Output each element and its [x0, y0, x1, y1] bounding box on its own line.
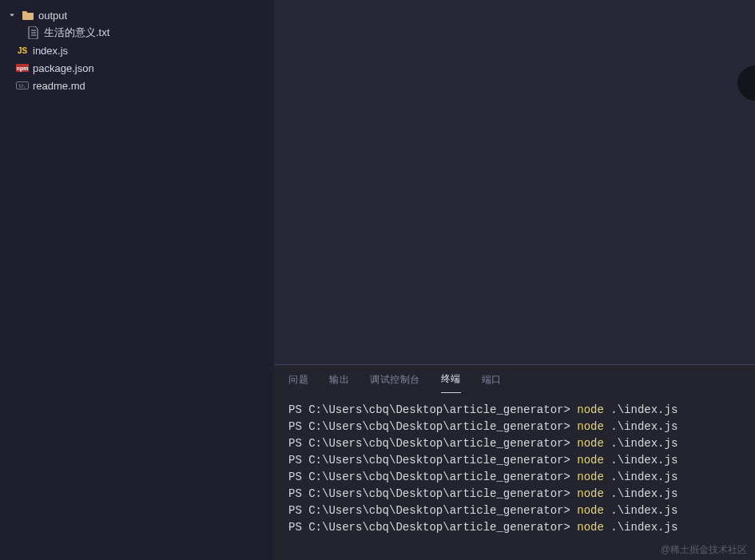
- editor-area: [274, 0, 755, 364]
- file-item-packagejson[interactable]: npm package.json: [0, 59, 274, 77]
- terminal-line: PS C:\Users\cbq\Desktop\article_generato…: [288, 452, 741, 469]
- chevron-down-icon: [6, 10, 18, 21]
- file-label: package.json: [33, 62, 94, 74]
- terminal-line: PS C:\Users\cbq\Desktop\article_generato…: [288, 402, 741, 419]
- markdown-file-icon: M↓: [16, 81, 29, 89]
- terminal-line: PS C:\Users\cbq\Desktop\article_generato…: [288, 519, 741, 536]
- tab-ports[interactable]: 端口: [482, 367, 502, 393]
- tab-terminal[interactable]: 终端: [441, 366, 461, 393]
- js-file-icon: JS: [16, 44, 29, 57]
- bottom-panel: 问题 输出 调试控制台 终端 端口 PS C:\Users\cbq\Deskto…: [274, 364, 755, 560]
- main-area: 问题 输出 调试控制台 终端 端口 PS C:\Users\cbq\Deskto…: [274, 0, 755, 560]
- file-item-readmemd[interactable]: M↓ readme.md: [0, 77, 274, 94]
- file-label: readme.md: [33, 80, 85, 92]
- side-panel-handle[interactable]: [737, 66, 755, 101]
- tab-debug-console[interactable]: 调试控制台: [370, 367, 420, 393]
- text-file-icon: [27, 26, 40, 39]
- terminal-line: PS C:\Users\cbq\Desktop\article_generato…: [288, 419, 741, 435]
- tab-output[interactable]: 输出: [329, 367, 349, 393]
- file-item-txt[interactable]: 生活的意义.txt: [0, 24, 274, 42]
- terminal-line: PS C:\Users\cbq\Desktop\article_generato…: [288, 469, 741, 486]
- terminal-line: PS C:\Users\cbq\Desktop\article_generato…: [288, 486, 741, 502]
- folder-icon: [22, 9, 34, 22]
- npm-file-icon: npm: [16, 64, 29, 72]
- watermark-text: @稀土掘金技术社区: [661, 543, 747, 557]
- file-explorer-sidebar: output 生活的意义.txt JS index.js npm package…: [0, 0, 274, 560]
- file-item-indexjs[interactable]: JS index.js: [0, 42, 274, 59]
- terminal-line: PS C:\Users\cbq\Desktop\article_generato…: [288, 435, 741, 452]
- tab-problems[interactable]: 问题: [288, 367, 308, 393]
- panel-tabs: 问题 输出 调试控制台 终端 端口: [274, 365, 755, 394]
- folder-label: output: [38, 10, 67, 22]
- terminal-line: PS C:\Users\cbq\Desktop\article_generato…: [288, 502, 741, 519]
- terminal-output[interactable]: PS C:\Users\cbq\Desktop\article_generato…: [274, 394, 755, 560]
- folder-output[interactable]: output: [0, 6, 274, 24]
- file-label: index.js: [33, 45, 68, 57]
- file-label: 生活的意义.txt: [44, 26, 109, 40]
